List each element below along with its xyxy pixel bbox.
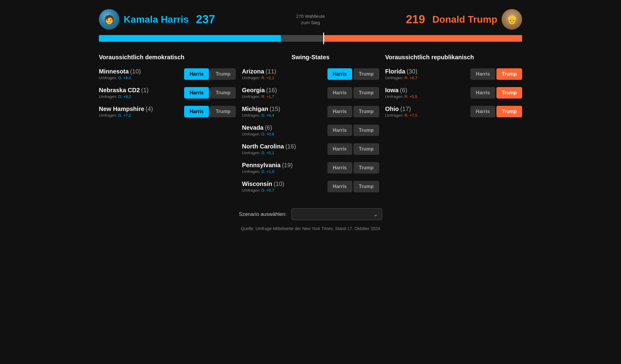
state-row-nevada: Nevada (6) Umfragen: D. +0,6 Harris Trum… [242, 124, 379, 136]
trump-btn-arizona[interactable]: Trump [353, 68, 379, 80]
state-name-nebraska-cd2: Nebraska CD2 (1) [99, 87, 149, 94]
state-polls-michigan: Umfragen: D. +0,4 [242, 113, 280, 118]
trump-btn-new-hampshire[interactable]: Trump [210, 106, 236, 117]
harris-score: 237 [196, 13, 215, 26]
harris-btn-iowa[interactable]: Harris [470, 87, 495, 99]
harris-btn-florida[interactable]: Harris [470, 68, 495, 80]
harris-name: Kamala Harris [124, 14, 189, 25]
state-info-arizona: Arizona (11) Umfragen: R. +2,1 [242, 68, 276, 80]
swing-states-section: Swing-States Arizona (11) Umfragen: R. +… [242, 54, 379, 199]
btn-group-michigan: Harris Trump [327, 106, 379, 117]
btn-group-nevada: Harris Trump [327, 125, 379, 136]
victory-divider [323, 33, 324, 44]
trump-btn-wisconsin[interactable]: Trump [353, 181, 379, 192]
state-row-ohio: Ohio (17) Umfragen: R. +7,0 Harris Trump [385, 106, 522, 118]
btn-group-pennsylvania: Harris Trump [327, 162, 379, 174]
harris-btn-michigan[interactable]: Harris [327, 106, 352, 117]
state-info-pennsylvania: Pennsylvania (19) Umfragen: D. +1,0 [242, 162, 293, 174]
btn-group-arizona: Harris Trump [327, 68, 379, 80]
trump-score: 219 [406, 13, 425, 26]
trump-btn-michigan[interactable]: Trump [353, 106, 379, 117]
trump-btn-iowa[interactable]: Trump [496, 87, 522, 99]
btn-group-georgia: Harris Trump [327, 87, 379, 99]
harris-btn-georgia[interactable]: Harris [327, 87, 352, 99]
scenario-select[interactable] [291, 208, 382, 220]
state-row-minnesota: Minnesota (10) Umfragen: D. +6,0 Harris … [99, 68, 236, 80]
state-polls-wisconsin: Umfragen: D. +0,7 [242, 188, 284, 193]
state-polls-ohio: Umfragen: R. +7,0 [385, 113, 418, 118]
state-row-north-carolina: North Carolina (16) Umfragen: D. +0,1 Ha… [242, 143, 379, 155]
harris-btn-nebraska-cd2[interactable]: Harris [184, 87, 209, 99]
state-polls-pennsylvania: Umfragen: D. +1,0 [242, 169, 293, 174]
state-polls-arizona: Umfragen: R. +2,1 [242, 76, 276, 80]
state-info-wisconsin: Wisconsin (10) Umfragen: D. +0,7 [242, 180, 284, 193]
state-row-michigan: Michigan (15) Umfragen: D. +0,4 Harris T… [242, 106, 379, 118]
dropdown-wrapper[interactable]: ⌄ [291, 208, 382, 220]
state-row-nebraska-cd2: Nebraska CD2 (1) Umfragen: D. +8,2 Harri… [99, 87, 236, 99]
trump-btn-nebraska-cd2[interactable]: Trump [210, 87, 236, 99]
state-polls-minnesota: Umfragen: D. +6,0 [99, 76, 141, 80]
state-info-ohio: Ohio (17) Umfragen: R. +7,0 [385, 106, 418, 118]
harris-btn-pennsylvania[interactable]: Harris [327, 162, 352, 174]
state-info-iowa: Iowa (6) Umfragen: R. +5,5 [385, 87, 418, 99]
trump-btn-florida[interactable]: Trump [496, 68, 522, 80]
harris-btn-new-hampshire[interactable]: Harris [184, 106, 209, 117]
state-name-iowa: Iowa (6) [385, 87, 418, 94]
state-info-nevada: Nevada (6) Umfragen: D. +0,6 [242, 124, 274, 136]
state-polls-georgia: Umfragen: R. +1,7 [242, 94, 277, 99]
trump-btn-ohio[interactable]: Trump [496, 106, 522, 117]
state-info-michigan: Michigan (15) Umfragen: D. +0,4 [242, 106, 280, 118]
harris-btn-ohio[interactable]: Harris [470, 106, 495, 117]
trump-progress [323, 35, 522, 42]
state-polls-new-hampshire: Umfragen: D. +7,2 [99, 113, 153, 118]
trump-btn-minnesota[interactable]: Trump [210, 68, 236, 80]
state-row-new-hampshire: New Hampshire (4) Umfragen: D. +7,2 Harr… [99, 106, 236, 118]
harris-progress [99, 35, 281, 42]
btn-group-iowa: Harris Trump [470, 87, 522, 99]
state-info-florida: Florida (30) Umfragen: R. +6,7 [385, 68, 418, 80]
btn-group-nebraska-cd2: Harris Trump [184, 87, 236, 99]
state-name-pennsylvania: Pennsylvania (19) [242, 162, 293, 169]
state-info-georgia: Georgia (16) Umfragen: R. +1,7 [242, 87, 277, 99]
trump-btn-georgia[interactable]: Trump [353, 87, 379, 99]
republican-section-title: Voraussichtlich republikanisch [385, 54, 522, 61]
state-name-michigan: Michigan (15) [242, 106, 280, 112]
state-polls-florida: Umfragen: R. +6,7 [385, 76, 418, 80]
harris-btn-nevada[interactable]: Harris [327, 125, 352, 136]
state-polls-iowa: Umfragen: R. +5,5 [385, 94, 418, 99]
democratic-section-title: Voraussichtlich demokratisch [99, 54, 236, 61]
undecided-progress [281, 35, 323, 42]
trump-btn-nevada[interactable]: Trump [353, 125, 379, 136]
state-row-iowa: Iowa (6) Umfragen: R. +5,5 Harris Trump [385, 87, 522, 99]
trump-btn-pennsylvania[interactable]: Trump [353, 162, 379, 174]
state-name-florida: Florida (30) [385, 68, 418, 75]
harris-btn-wisconsin[interactable]: Harris [327, 181, 352, 192]
trump-candidate: 👴 Donald Trump 219 [406, 9, 522, 30]
state-row-pennsylvania: Pennsylvania (19) Umfragen: D. +1,0 Harr… [242, 162, 379, 174]
harris-avatar: 🧑 [99, 9, 119, 30]
scenario-dropdown-section: Szenario auswählen: ⌄ [99, 208, 522, 220]
harris-btn-north-carolina[interactable]: Harris [327, 143, 352, 155]
state-polls-north-carolina: Umfragen: D. +0,1 [242, 151, 296, 155]
dropdown-label: Szenario auswählen: [239, 211, 287, 217]
state-name-nevada: Nevada (6) [242, 124, 274, 131]
democratic-section: Voraussichtlich demokratisch Minnesota (… [99, 54, 236, 199]
state-row-wisconsin: Wisconsin (10) Umfragen: D. +0,7 Harris … [242, 180, 379, 193]
state-row-georgia: Georgia (16) Umfragen: R. +1,7 Harris Tr… [242, 87, 379, 99]
footer-text: Quelle: Umfrage-Mittelwerte der New York… [241, 226, 380, 231]
state-polls-nevada: Umfragen: D. +0,6 [242, 132, 274, 136]
harris-btn-minnesota[interactable]: Harris [184, 68, 209, 80]
state-name-minnesota: Minnesota (10) [99, 68, 141, 75]
footer: Quelle: Umfrage-Mittelwerte der New York… [12, 226, 609, 231]
state-row-florida: Florida (30) Umfragen: R. +6,7 Harris Tr… [385, 68, 522, 80]
state-info-new-hampshire: New Hampshire (4) Umfragen: D. +7,2 [99, 106, 153, 118]
trump-btn-north-carolina[interactable]: Trump [353, 143, 379, 155]
swing-states-section-title: Swing-States [242, 54, 379, 61]
state-row-arizona: Arizona (11) Umfragen: R. +2,1 Harris Tr… [242, 68, 379, 80]
trump-avatar: 👴 [502, 9, 522, 30]
harris-btn-arizona[interactable]: Harris [327, 68, 352, 80]
progress-bar-container [99, 35, 522, 42]
main-grid: Voraussichtlich demokratisch Minnesota (… [99, 54, 522, 199]
state-name-ohio: Ohio (17) [385, 106, 418, 112]
harris-candidate: 🧑 Kamala Harris 237 [99, 9, 215, 30]
